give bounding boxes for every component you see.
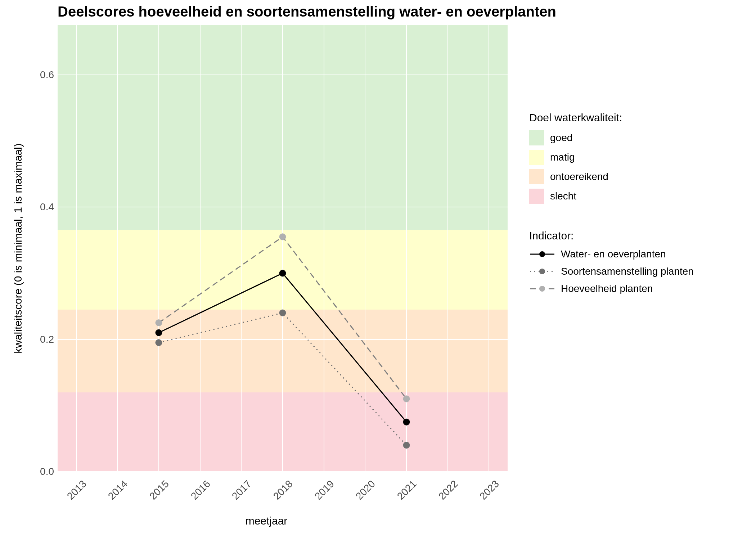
x-tick-label: 2016 (179, 478, 212, 512)
legend-band-item: matig (529, 150, 752, 165)
legend-line-icon (529, 249, 555, 260)
x-axis-title: meetjaar (246, 515, 288, 527)
svg-point-5 (539, 286, 545, 292)
legend-band-label: matig (550, 152, 575, 163)
legend-swatch (529, 150, 544, 165)
legend-swatch (529, 130, 544, 145)
x-tick-label: 2019 (303, 478, 336, 512)
legend-line-icon (529, 266, 555, 277)
legend-band-item: goed (529, 130, 752, 145)
x-tick-label: 2021 (385, 478, 419, 512)
legend-line-icon (529, 283, 555, 294)
svg-point-3 (539, 269, 545, 274)
chart-title: Deelscores hoeveelheid en soortensamenst… (58, 4, 556, 20)
legend-series-item: Water- en oeverplanten (529, 248, 752, 260)
y-axis-title: kwaliteitscore (0 is minimaal, 1 is maxi… (12, 143, 24, 353)
data-point (156, 320, 162, 326)
legend-band-label: slecht (550, 190, 576, 202)
x-tick-label: 2013 (55, 478, 89, 512)
plot-area (58, 25, 508, 472)
y-tick-label: 0.2 (14, 334, 54, 345)
data-point (156, 329, 162, 336)
data-point (279, 310, 286, 316)
x-tick-label: 2020 (344, 478, 378, 512)
svg-point-1 (539, 251, 545, 257)
legend-series: Water- en oeverplantenSoortensamenstelli… (529, 248, 752, 294)
legend-band-item: slecht (529, 189, 752, 204)
x-tick-label: 2017 (220, 478, 254, 512)
legend-series-label: Soortensamenstelling planten (561, 266, 694, 277)
x-tick-label: 2023 (468, 478, 501, 512)
chart-container: Deelscores hoeveelheid en soortensamenst… (14, 4, 742, 536)
legend-series-label: Water- en oeverplanten (561, 248, 666, 260)
data-point (279, 234, 286, 240)
legend: Doel waterkwaliteit: goedmatigontoereike… (529, 112, 752, 300)
data-point (156, 339, 162, 346)
series-line (159, 313, 406, 445)
x-tick-label: 2015 (138, 478, 171, 512)
plot-svg (58, 25, 508, 472)
legend-band-label: ontoereikend (550, 171, 608, 183)
legend-bands-title: Doel waterkwaliteit: (529, 112, 752, 124)
legend-band-item: ontoereikend (529, 169, 752, 184)
data-point (403, 419, 410, 425)
data-point (279, 270, 286, 276)
series-line (159, 237, 406, 399)
legend-series-label: Hoeveelheid planten (561, 283, 653, 294)
legend-series-title: Indicator: (529, 230, 752, 242)
series-line (159, 273, 406, 422)
legend-band-label: goed (550, 132, 572, 144)
legend-bands: goedmatigontoereikendslecht (529, 130, 752, 204)
x-tick-label: 2014 (96, 478, 130, 512)
legend-series-item: Soortensamenstelling planten (529, 266, 752, 277)
legend-swatch (529, 189, 544, 204)
data-point (403, 396, 410, 402)
legend-series-item: Hoeveelheid planten (529, 283, 752, 294)
y-tick-label: 0.4 (14, 201, 54, 213)
x-tick-label: 2022 (427, 478, 460, 512)
y-tick-label: 0.0 (14, 466, 54, 477)
data-point (403, 442, 410, 449)
x-tick-label: 2018 (261, 478, 295, 512)
legend-swatch (529, 169, 544, 184)
y-tick-label: 0.6 (14, 69, 54, 81)
